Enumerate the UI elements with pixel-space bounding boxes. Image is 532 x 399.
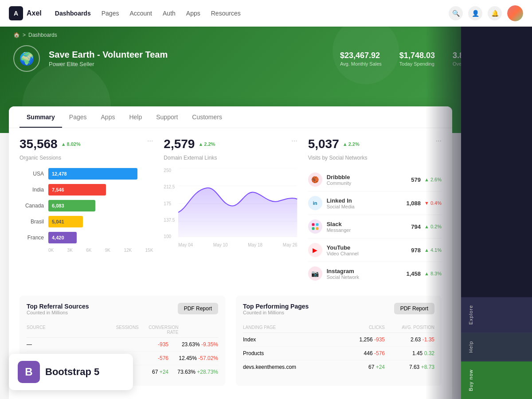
pages-row-3: devs.keenthemes.com 67 +24 7.63 +8.73: [243, 360, 434, 374]
stat-value-sales: $23,467.92: [340, 51, 382, 60]
bar-container-usa: 12,478: [48, 168, 153, 180]
bar-brasil: 5,041: [48, 216, 83, 227]
social-row-slack: Slack Messanger 794 ▲ 0.2%: [308, 215, 442, 239]
page-pos-1: 2.63 -1.35: [388, 336, 434, 343]
referral-title: Top Referral Sources: [27, 303, 89, 310]
brand[interactable]: A Axel: [9, 6, 42, 20]
breadcrumb: 🏠 > Dashboards: [13, 32, 519, 38]
linkedin-icon: in: [308, 196, 322, 210]
line-chart-svg: [178, 168, 297, 239]
metrics-row: 35,568 ▲ 8.02% ··· Organic Sessions USA …: [20, 137, 442, 285]
metric-badge-links: ▲ 2.2%: [198, 141, 215, 147]
user-icon[interactable]: 👤: [468, 6, 482, 20]
watermark-text: Bootstrap 5: [45, 366, 99, 378]
y-axis-labels: 250 212.5 175 137.5 100: [164, 168, 175, 239]
nav-resources[interactable]: Resources: [211, 10, 241, 17]
breadcrumb-current: Dashboards: [28, 32, 57, 38]
dribbble-icon: 🏀: [308, 172, 322, 187]
page-clicks-1: 1,256 -935: [339, 336, 385, 343]
avatar[interactable]: [507, 5, 523, 21]
page-name-3: devs.keenthemes.com: [243, 364, 335, 370]
bar-india: 7,546: [48, 184, 106, 196]
bar-chart: USA 12,478 India 7,546 Canad: [20, 168, 153, 253]
team-logo: 🌍: [13, 45, 40, 72]
bar-row-canada: Canada 6,083: [20, 200, 153, 211]
pages-row-2: Products 446 -576 1.45 0.32: [243, 347, 434, 360]
pages-subtitle: Counted in Millions: [243, 310, 309, 315]
nav-apps[interactable]: Apps: [186, 10, 200, 17]
referral-header: Top Referral Sources Counted in Millions…: [27, 303, 218, 321]
brand-name: Axel: [27, 9, 42, 17]
social-row-dribbble: 🏀 Dribbble Community 579 ▲ 2.6%: [308, 168, 442, 192]
metric-more-sessions[interactable]: ···: [147, 137, 153, 145]
nav-auth[interactable]: Auth: [163, 10, 176, 17]
svg-rect-7: [312, 227, 314, 230]
instagram-count: 1,458: [406, 270, 421, 277]
linkedin-type: Social Media: [327, 204, 355, 209]
referral-table-header: SOURCE SESSIONS CONVERSION RATE: [27, 322, 218, 338]
bar-france: 4,420: [48, 232, 77, 243]
slack-info: Slack Messanger: [327, 221, 351, 233]
bar-label-usa: USA: [20, 171, 44, 177]
referral-subtitle: Counted in Millions: [27, 310, 89, 315]
referral-pdf-button[interactable]: PDF Report: [178, 303, 218, 314]
bar-row-brasil: Brasil 5,041: [20, 216, 153, 227]
metric-more-social[interactable]: ···: [436, 137, 442, 145]
line-chart-wrapper: 250 212.5 175 137.5 100: [164, 168, 297, 247]
tab-summary[interactable]: Summary: [20, 106, 62, 128]
tab-pages[interactable]: Pages: [62, 106, 94, 128]
team-header: 🌍 Save Earth - Volunteer Team Power Elit…: [13, 45, 519, 81]
metric-header-links: 2,579 ▲ 2.2% ···: [164, 137, 297, 151]
youtube-info: YouTube Video Channel: [327, 244, 359, 256]
sidebar-help-btn[interactable]: Help: [461, 333, 532, 361]
bar-axis: 0K 3K 6K 9K 12K 15K: [20, 248, 153, 253]
stat-value-spending: $1,748.03: [399, 51, 435, 60]
bar-container-canada: 6,083: [48, 200, 153, 211]
search-icon[interactable]: 🔍: [449, 6, 463, 20]
col-conversion-header: CONVERSION RATE: [142, 325, 179, 335]
social-row-linkedin: in Linked In Social Media 1,088 ▼ 0.4%: [308, 192, 442, 215]
instagram-icon: 📷: [308, 266, 322, 281]
team-subtitle: Power Elite Seller: [49, 61, 331, 67]
instagram-name: Instagram: [327, 268, 359, 274]
nav-dashboards[interactable]: Dashboards: [55, 10, 91, 17]
social-row-instagram: 📷 Instagram Social Network 1,458 ▲ 8.3%: [308, 262, 442, 285]
navbar-right: 🔍 👤 🔔: [449, 5, 523, 21]
col-landing-page-header: LANDING PAGE: [243, 325, 335, 330]
svg-rect-5: [312, 223, 314, 226]
watermark: B Bootstrap 5: [9, 354, 133, 390]
dribbble-count: 579: [411, 176, 421, 183]
metric-social: 5,037 ▲ 2.2% ··· Visits by Social Networ…: [308, 137, 442, 285]
slack-icon: [308, 219, 322, 234]
dribbble-info: Dribbble Community: [327, 174, 352, 186]
social-list: 🏀 Dribbble Community 579 ▲ 2.6% in Lin: [308, 168, 442, 285]
bar-row-usa: USA 12,478: [20, 168, 153, 180]
nav-pages[interactable]: Pages: [102, 10, 119, 17]
bootstrap-icon: B: [18, 361, 40, 383]
referral-title-group: Top Referral Sources Counted in Millions: [27, 303, 89, 321]
metric-label-sessions: Organic Sessions: [20, 155, 153, 161]
tab-apps[interactable]: Apps: [94, 106, 122, 128]
tab-support[interactable]: Support: [149, 106, 185, 128]
pages-section: Top Performing Pages Counted in Millions…: [236, 296, 442, 386]
sidebar-explore-btn[interactable]: Explore: [461, 297, 532, 333]
bar-row-france: France 4,420: [20, 232, 153, 243]
sidebar-buynow-btn[interactable]: Buy now: [461, 361, 532, 399]
tab-customers[interactable]: Customers: [185, 106, 229, 128]
col-source-header: SOURCE: [27, 325, 99, 335]
linkedin-count: 1,088: [406, 200, 421, 207]
pages-title-group: Top Performing Pages Counted in Millions: [243, 303, 309, 321]
tab-help[interactable]: Help: [122, 106, 149, 128]
dribbble-name: Dribbble: [327, 174, 352, 180]
bar-container-india: 7,546: [48, 184, 153, 196]
ref-rate-3: 73.63% +28.73%: [172, 369, 218, 375]
youtube-name: YouTube: [327, 244, 359, 251]
metric-label-social: Visits by Social Networks: [308, 155, 442, 161]
ref-rate-1: 23.63% -9.35%: [172, 341, 218, 348]
pages-pdf-button[interactable]: PDF Report: [394, 303, 434, 314]
bar-label-canada: Canada: [20, 203, 44, 209]
col-clicks-header: CLICKS: [339, 325, 385, 330]
notifications-icon[interactable]: 🔔: [488, 6, 502, 20]
metric-more-links[interactable]: ···: [291, 137, 297, 145]
nav-account[interactable]: Account: [129, 10, 152, 17]
